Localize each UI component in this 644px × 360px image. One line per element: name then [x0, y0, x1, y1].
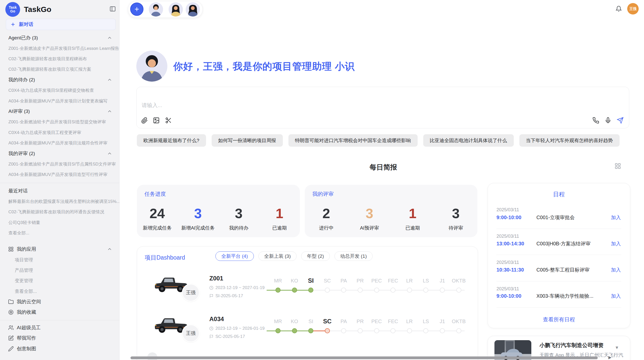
sidebar-item[interactable]: C0X4-动力总成开发项目工程变更评审 — [0, 127, 120, 138]
app-item-product-mgmt[interactable]: 产品管理 — [0, 265, 120, 275]
topbar-add-button[interactable] — [130, 3, 143, 16]
brand-name: TaskGo — [24, 5, 51, 14]
section-header-my-review[interactable]: 我的评审 (2) — [0, 148, 120, 159]
session-avatar[interactable] — [149, 2, 163, 17]
notification-bell-icon[interactable] — [616, 6, 622, 12]
join-link[interactable]: 加入 — [611, 292, 621, 299]
event-name: X003-车辆动力学性能验... — [536, 292, 593, 299]
phone-icon[interactable] — [592, 117, 599, 124]
section-header-ai-review[interactable]: AI评审 (3) — [0, 106, 120, 117]
project-dates: 2023-12-19 ~ 2026-01-19 — [209, 325, 265, 332]
recent-chat-item[interactable]: C02-飞腾新能源轻客改款项目的闭环通告反馈情况 — [0, 207, 120, 217]
sidebar-item[interactable]: C0X4-动力总成开发项目SI里程碑提交物检查 — [0, 85, 120, 96]
news-title: 小鹏飞行汽车制造公司增资 — [539, 342, 623, 349]
stat-value: 24 — [150, 204, 165, 223]
sidebar-item[interactable]: A034-全新新能源MUV产品开发项目计划变更表编写 — [0, 96, 120, 106]
stat-item: 3新增AI完成任务 — [178, 204, 218, 231]
project-owner-badge: 王强 — [182, 284, 200, 302]
session-avatar[interactable] — [186, 2, 200, 17]
cloud-space-label: 我的云空间 — [17, 298, 41, 305]
stat-value: 3 — [366, 204, 373, 223]
recent-chat-view-all[interactable]: 查看全部... — [0, 228, 120, 238]
join-link[interactable]: 加入 — [611, 266, 621, 273]
suggestion-chips: 欧洲新规最近颁布了什么? 如何写一份清晰的项目周报 特朗普可能对进口汽车增税会对… — [137, 134, 635, 147]
app-item-project-mgmt[interactable]: 项目管理 — [0, 254, 120, 265]
join-link[interactable]: 加入 — [611, 214, 621, 221]
milestone-dot — [325, 328, 330, 333]
user-avatar[interactable]: 王强 — [627, 3, 639, 14]
sidebar-item-creative-draw[interactable]: 创意制图 — [0, 343, 120, 354]
briefing-title: 每日简报 — [137, 163, 630, 172]
milestone-dot — [374, 288, 379, 293]
project-next-milestone: SC-2025-05-17 — [209, 334, 245, 340]
sidebar-item[interactable]: C02-飞腾新能源轻客改款项目立项汇报方案 — [0, 64, 120, 74]
attachment-icon[interactable] — [141, 117, 148, 124]
filter-chip[interactable]: 动总开发 (1) — [334, 251, 373, 261]
session-avatar[interactable] — [169, 2, 183, 17]
sidebar-item[interactable]: Z001-全新燃油皮卡产品开发项目SI节点Lesson Learn报告 — [0, 43, 120, 53]
milestone-label: OKTB — [447, 277, 470, 285]
filter-chip[interactable]: 年型 (2) — [301, 251, 330, 261]
filter-chip[interactable]: 全新上装 (3) — [258, 251, 297, 261]
sidebar-item-ai-staff[interactable]: AI超级员工 — [0, 322, 120, 333]
section-title: 最近对话 — [8, 188, 28, 194]
app-item-change-mgmt[interactable]: 变更管理 — [0, 276, 120, 286]
date-range: 2023-12-19 ~ 2027-01-19 — [215, 285, 265, 291]
stat-value: 3 — [452, 204, 460, 223]
sidebar-item[interactable]: C02-飞腾新能源轻客改款项目里程碑画布 — [0, 54, 120, 64]
app-item-view-all[interactable]: 查看全部... — [0, 286, 120, 296]
image-upload-icon[interactable] — [153, 117, 160, 124]
assistant-avatar — [136, 51, 167, 82]
recent-chat-item[interactable]: 解释最新出台的欧盟报废车法规再生塑料比例被调至15%... — [0, 196, 120, 207]
help-write-label: 帮我写作 — [17, 335, 36, 341]
new-chat-button[interactable]: 新对话 — [6, 19, 116, 30]
suggestion-chip[interactable]: 欧洲新规最近颁布了什么? — [137, 134, 206, 147]
event-date: 2025/03/11 — [496, 234, 519, 239]
scroll-down-arrow[interactable]: ▼ — [615, 345, 619, 350]
milestone-date: SI-2025-05-17 — [215, 293, 243, 299]
horizontal-scrollbar[interactable] — [130, 356, 598, 359]
sidebar-item[interactable]: Z001-全新燃油轻卡产品开发项目SI节点属性5D文件评审 — [0, 159, 120, 169]
sidebar-item-help-write[interactable]: 帮我写作 — [0, 333, 120, 343]
apps-grid-icon — [8, 246, 14, 252]
microphone-icon[interactable] — [605, 117, 611, 124]
recent-chat-item[interactable]: 公司Q3轻卡销量 — [0, 217, 120, 228]
suggestion-chip[interactable]: 比亚迪全固态电池计划具体说了什么 — [423, 134, 514, 147]
filter-chip[interactable]: 全新平台 (4) — [215, 251, 254, 261]
stat-columns: 2进行中 3AI预评审 1已逾期 3待评审 — [305, 204, 477, 231]
sidebar-list: Agent已办 (3) Z001-全新燃油皮卡产品开发项目SI节点Lesson … — [0, 33, 120, 354]
stat-item: 3我的待办 — [218, 204, 259, 231]
scroll-right-arrow[interactable]: ▶ — [608, 355, 611, 360]
milestone-dot — [275, 288, 281, 293]
sidebar-item[interactable]: A034-全新新能源MUV产品开发项目造型可行性评审 — [0, 169, 120, 180]
dashboard-title: 项目Dashboard — [145, 254, 185, 262]
view-all-schedule-link[interactable]: 查看所有日程 — [488, 316, 630, 323]
suggestion-chip[interactable]: 当下年轻人对汽车外观有怎样的喜好趋势 — [519, 134, 620, 147]
sidebar-item-cloud-space[interactable]: 我的云空间 — [0, 296, 120, 307]
section-header-my-todo[interactable]: 我的待办 (2) — [0, 75, 120, 85]
brand-logo-top: Task — [9, 6, 17, 9]
sidebar-collapse-icon[interactable] — [109, 6, 116, 12]
sidebar-item-my-apps[interactable]: 我的应用 — [0, 244, 120, 254]
chevron-up-icon — [107, 77, 112, 83]
dashboard-filters: 全新平台 (4) 全新上装 (3) 年型 (2) 动总开发 (1) — [215, 251, 373, 261]
suggestion-chip[interactable]: 如何写一份清晰的项目周报 — [212, 134, 283, 147]
send-icon[interactable] — [617, 117, 624, 124]
section-header-agent-done[interactable]: Agent已办 (3) — [0, 33, 120, 43]
sidebar-item[interactable]: A034-全新新能源MUV产品开发项目法规符合性评审 — [0, 138, 120, 148]
sidebar-item-favorites[interactable]: 我的收藏 — [0, 307, 120, 318]
layout-grid-icon[interactable] — [614, 163, 621, 169]
scissors-icon[interactable] — [165, 117, 172, 124]
sidebar-item[interactable]: Z001-全新燃油轻卡产品开发项目SI造型提交物评审 — [0, 117, 120, 127]
owner-name: 王强 — [186, 289, 196, 296]
join-link[interactable]: 加入 — [611, 240, 621, 247]
pen-icon — [8, 346, 14, 352]
event-time: 9:00-10:00 — [496, 292, 521, 299]
event-name: C001-立项审批会 — [536, 214, 575, 221]
message-input[interactable] — [141, 101, 498, 113]
milestone-dot — [374, 328, 379, 333]
stat-item: 2进行中 — [305, 204, 348, 231]
stat-value: 1 — [409, 204, 416, 223]
suggestion-chip[interactable]: 特朗普可能对进口汽车增税会对中国车企造成哪些影响 — [288, 134, 418, 147]
chevron-up-icon — [107, 246, 112, 252]
